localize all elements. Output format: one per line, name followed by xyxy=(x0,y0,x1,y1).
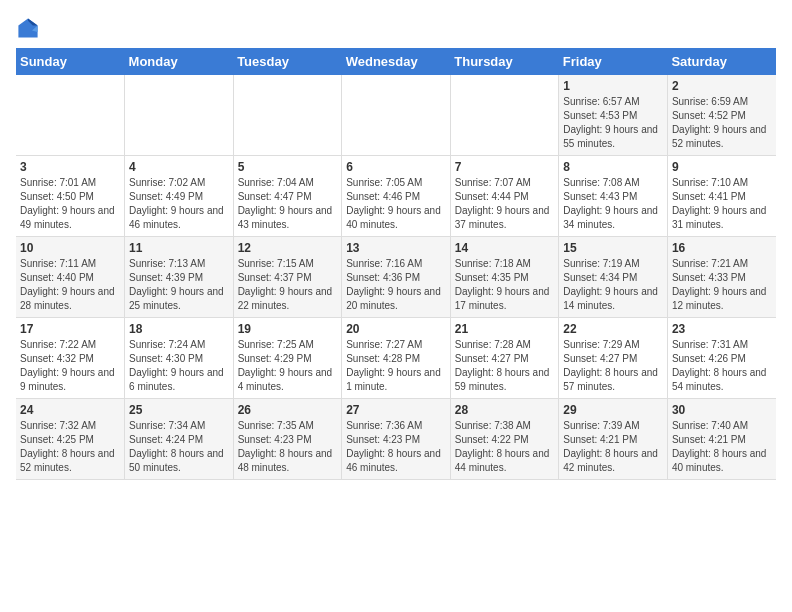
day-cell xyxy=(342,75,451,156)
day-cell: 6Sunrise: 7:05 AM Sunset: 4:46 PM Daylig… xyxy=(342,156,451,237)
week-row-0: 1Sunrise: 6:57 AM Sunset: 4:53 PM Daylig… xyxy=(16,75,776,156)
day-info: Sunrise: 7:15 AM Sunset: 4:37 PM Dayligh… xyxy=(238,257,338,313)
day-info: Sunrise: 7:24 AM Sunset: 4:30 PM Dayligh… xyxy=(129,338,229,394)
svg-marker-0 xyxy=(18,18,37,37)
day-info: Sunrise: 7:10 AM Sunset: 4:41 PM Dayligh… xyxy=(672,176,772,232)
day-number: 28 xyxy=(455,403,555,417)
day-cell: 8Sunrise: 7:08 AM Sunset: 4:43 PM Daylig… xyxy=(559,156,668,237)
day-number: 9 xyxy=(672,160,772,174)
day-info: Sunrise: 7:22 AM Sunset: 4:32 PM Dayligh… xyxy=(20,338,120,394)
day-info: Sunrise: 7:38 AM Sunset: 4:22 PM Dayligh… xyxy=(455,419,555,475)
day-info: Sunrise: 7:34 AM Sunset: 4:24 PM Dayligh… xyxy=(129,419,229,475)
day-info: Sunrise: 7:11 AM Sunset: 4:40 PM Dayligh… xyxy=(20,257,120,313)
day-number: 1 xyxy=(563,79,663,93)
day-info: Sunrise: 7:40 AM Sunset: 4:21 PM Dayligh… xyxy=(672,419,772,475)
day-info: Sunrise: 6:59 AM Sunset: 4:52 PM Dayligh… xyxy=(672,95,772,151)
day-info: Sunrise: 7:25 AM Sunset: 4:29 PM Dayligh… xyxy=(238,338,338,394)
week-row-2: 10Sunrise: 7:11 AM Sunset: 4:40 PM Dayli… xyxy=(16,237,776,318)
day-info: Sunrise: 7:04 AM Sunset: 4:47 PM Dayligh… xyxy=(238,176,338,232)
day-info: Sunrise: 7:05 AM Sunset: 4:46 PM Dayligh… xyxy=(346,176,446,232)
header xyxy=(16,16,776,40)
day-number: 29 xyxy=(563,403,663,417)
day-cell: 18Sunrise: 7:24 AM Sunset: 4:30 PM Dayli… xyxy=(125,318,234,399)
day-cell: 20Sunrise: 7:27 AM Sunset: 4:28 PM Dayli… xyxy=(342,318,451,399)
calendar-table: SundayMondayTuesdayWednesdayThursdayFrid… xyxy=(16,48,776,480)
day-cell: 11Sunrise: 7:13 AM Sunset: 4:39 PM Dayli… xyxy=(125,237,234,318)
page-container: SundayMondayTuesdayWednesdayThursdayFrid… xyxy=(0,0,792,488)
day-cell xyxy=(125,75,234,156)
day-cell: 4Sunrise: 7:02 AM Sunset: 4:49 PM Daylig… xyxy=(125,156,234,237)
day-number: 18 xyxy=(129,322,229,336)
day-cell: 23Sunrise: 7:31 AM Sunset: 4:26 PM Dayli… xyxy=(667,318,776,399)
day-number: 11 xyxy=(129,241,229,255)
day-info: Sunrise: 7:35 AM Sunset: 4:23 PM Dayligh… xyxy=(238,419,338,475)
day-cell: 30Sunrise: 7:40 AM Sunset: 4:21 PM Dayli… xyxy=(667,399,776,480)
day-info: Sunrise: 7:16 AM Sunset: 4:36 PM Dayligh… xyxy=(346,257,446,313)
col-header-sunday: Sunday xyxy=(16,48,125,75)
day-number: 21 xyxy=(455,322,555,336)
day-number: 27 xyxy=(346,403,446,417)
day-cell xyxy=(233,75,342,156)
day-number: 15 xyxy=(563,241,663,255)
week-row-4: 24Sunrise: 7:32 AM Sunset: 4:25 PM Dayli… xyxy=(16,399,776,480)
col-header-tuesday: Tuesday xyxy=(233,48,342,75)
day-cell: 19Sunrise: 7:25 AM Sunset: 4:29 PM Dayli… xyxy=(233,318,342,399)
day-cell: 29Sunrise: 7:39 AM Sunset: 4:21 PM Dayli… xyxy=(559,399,668,480)
day-cell: 25Sunrise: 7:34 AM Sunset: 4:24 PM Dayli… xyxy=(125,399,234,480)
day-number: 7 xyxy=(455,160,555,174)
day-cell: 5Sunrise: 7:04 AM Sunset: 4:47 PM Daylig… xyxy=(233,156,342,237)
day-info: Sunrise: 7:02 AM Sunset: 4:49 PM Dayligh… xyxy=(129,176,229,232)
day-info: Sunrise: 7:39 AM Sunset: 4:21 PM Dayligh… xyxy=(563,419,663,475)
day-number: 6 xyxy=(346,160,446,174)
day-info: Sunrise: 6:57 AM Sunset: 4:53 PM Dayligh… xyxy=(563,95,663,151)
day-info: Sunrise: 7:08 AM Sunset: 4:43 PM Dayligh… xyxy=(563,176,663,232)
week-row-3: 17Sunrise: 7:22 AM Sunset: 4:32 PM Dayli… xyxy=(16,318,776,399)
day-number: 10 xyxy=(20,241,120,255)
day-number: 14 xyxy=(455,241,555,255)
day-cell: 9Sunrise: 7:10 AM Sunset: 4:41 PM Daylig… xyxy=(667,156,776,237)
day-cell: 24Sunrise: 7:32 AM Sunset: 4:25 PM Dayli… xyxy=(16,399,125,480)
day-info: Sunrise: 7:13 AM Sunset: 4:39 PM Dayligh… xyxy=(129,257,229,313)
day-cell: 26Sunrise: 7:35 AM Sunset: 4:23 PM Dayli… xyxy=(233,399,342,480)
day-cell: 3Sunrise: 7:01 AM Sunset: 4:50 PM Daylig… xyxy=(16,156,125,237)
day-cell: 16Sunrise: 7:21 AM Sunset: 4:33 PM Dayli… xyxy=(667,237,776,318)
day-info: Sunrise: 7:18 AM Sunset: 4:35 PM Dayligh… xyxy=(455,257,555,313)
day-cell xyxy=(16,75,125,156)
day-number: 17 xyxy=(20,322,120,336)
day-info: Sunrise: 7:01 AM Sunset: 4:50 PM Dayligh… xyxy=(20,176,120,232)
day-number: 5 xyxy=(238,160,338,174)
day-number: 23 xyxy=(672,322,772,336)
day-cell xyxy=(450,75,559,156)
day-number: 16 xyxy=(672,241,772,255)
day-info: Sunrise: 7:32 AM Sunset: 4:25 PM Dayligh… xyxy=(20,419,120,475)
header-row: SundayMondayTuesdayWednesdayThursdayFrid… xyxy=(16,48,776,75)
day-cell: 27Sunrise: 7:36 AM Sunset: 4:23 PM Dayli… xyxy=(342,399,451,480)
day-cell: 10Sunrise: 7:11 AM Sunset: 4:40 PM Dayli… xyxy=(16,237,125,318)
day-number: 30 xyxy=(672,403,772,417)
day-info: Sunrise: 7:19 AM Sunset: 4:34 PM Dayligh… xyxy=(563,257,663,313)
day-cell: 21Sunrise: 7:28 AM Sunset: 4:27 PM Dayli… xyxy=(450,318,559,399)
day-number: 24 xyxy=(20,403,120,417)
day-number: 13 xyxy=(346,241,446,255)
col-header-thursday: Thursday xyxy=(450,48,559,75)
col-header-saturday: Saturday xyxy=(667,48,776,75)
day-number: 20 xyxy=(346,322,446,336)
day-cell: 12Sunrise: 7:15 AM Sunset: 4:37 PM Dayli… xyxy=(233,237,342,318)
day-number: 25 xyxy=(129,403,229,417)
day-info: Sunrise: 7:36 AM Sunset: 4:23 PM Dayligh… xyxy=(346,419,446,475)
logo xyxy=(16,16,44,40)
logo-icon xyxy=(16,16,40,40)
day-info: Sunrise: 7:29 AM Sunset: 4:27 PM Dayligh… xyxy=(563,338,663,394)
day-cell: 1Sunrise: 6:57 AM Sunset: 4:53 PM Daylig… xyxy=(559,75,668,156)
day-info: Sunrise: 7:28 AM Sunset: 4:27 PM Dayligh… xyxy=(455,338,555,394)
day-cell: 15Sunrise: 7:19 AM Sunset: 4:34 PM Dayli… xyxy=(559,237,668,318)
week-row-1: 3Sunrise: 7:01 AM Sunset: 4:50 PM Daylig… xyxy=(16,156,776,237)
day-info: Sunrise: 7:07 AM Sunset: 4:44 PM Dayligh… xyxy=(455,176,555,232)
col-header-monday: Monday xyxy=(125,48,234,75)
col-header-friday: Friday xyxy=(559,48,668,75)
day-cell: 13Sunrise: 7:16 AM Sunset: 4:36 PM Dayli… xyxy=(342,237,451,318)
day-cell: 7Sunrise: 7:07 AM Sunset: 4:44 PM Daylig… xyxy=(450,156,559,237)
day-cell: 28Sunrise: 7:38 AM Sunset: 4:22 PM Dayli… xyxy=(450,399,559,480)
day-cell: 2Sunrise: 6:59 AM Sunset: 4:52 PM Daylig… xyxy=(667,75,776,156)
day-number: 22 xyxy=(563,322,663,336)
